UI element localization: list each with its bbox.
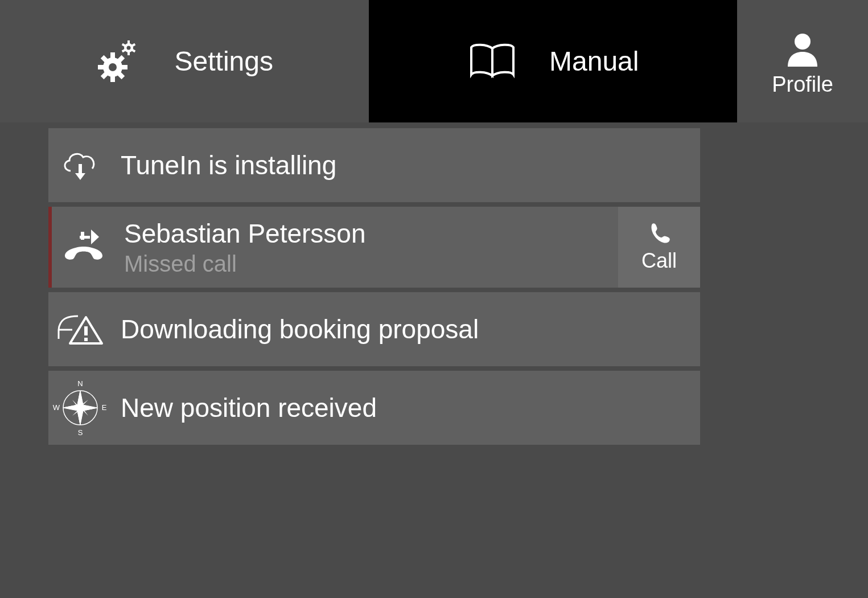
notification-title: New position received [121, 392, 700, 423]
svg-rect-12 [121, 65, 127, 69]
svg-point-18 [795, 34, 811, 50]
svg-rect-2 [127, 40, 130, 44]
compass-icon: N E S W [48, 378, 112, 438]
tab-label: Manual [549, 46, 639, 77]
tab-settings[interactable]: Settings [0, 0, 369, 122]
phone-icon [648, 222, 670, 244]
notification-booking[interactable]: Downloading booking proposal [48, 292, 700, 366]
notification-title: TuneIn is installing [121, 150, 700, 181]
svg-point-27 [79, 406, 82, 409]
cloud-download-icon [48, 149, 112, 181]
svg-text:N: N [77, 379, 83, 388]
missed-call-icon [52, 227, 116, 267]
svg-point-1 [126, 46, 130, 50]
svg-text:S: S [78, 428, 83, 437]
svg-rect-21 [84, 338, 88, 341]
tab-label: Profile [772, 72, 833, 97]
topbar: Settings Manual Profile [0, 0, 868, 122]
notification-position[interactable]: N E S W [48, 371, 700, 445]
person-icon [783, 31, 822, 67]
notification-title: Downloading booking proposal [121, 314, 700, 345]
svg-text:W: W [53, 403, 60, 412]
svg-point-9 [109, 63, 117, 71]
tab-label: Settings [175, 46, 273, 77]
book-icon [467, 42, 518, 81]
notification-title: Sebastian Petersson [124, 218, 618, 249]
svg-rect-19 [79, 164, 82, 173]
notification-missed-call[interactable]: Sebastian Petersson Missed call Call [48, 207, 700, 288]
tab-manual[interactable]: Manual [369, 0, 738, 122]
svg-rect-5 [127, 52, 130, 55]
notification-subtitle: Missed call [124, 251, 618, 277]
svg-rect-16 [98, 65, 104, 69]
call-button-label: Call [641, 249, 677, 273]
notification-tunein[interactable]: TuneIn is installing [48, 128, 700, 202]
gear-icon [96, 39, 143, 84]
notification-list: TuneIn is installing Sebastian Pete [0, 122, 868, 445]
car-warning-icon [48, 309, 112, 349]
svg-rect-14 [110, 76, 115, 82]
svg-text:E: E [102, 403, 107, 412]
tab-profile[interactable]: Profile [737, 0, 868, 122]
call-button[interactable]: Call [618, 207, 700, 288]
svg-rect-10 [110, 52, 115, 59]
svg-rect-20 [84, 326, 88, 335]
